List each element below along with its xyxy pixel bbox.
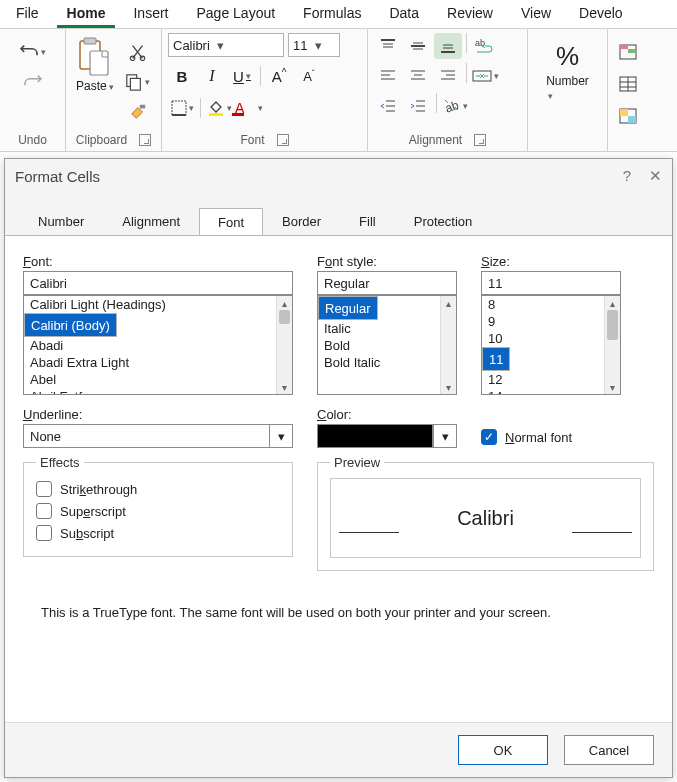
merge-center-button[interactable]: ▾ [471, 63, 499, 89]
svg-rect-6 [131, 78, 141, 90]
dlg-tab-font[interactable]: Font [199, 208, 263, 236]
cut-button[interactable] [124, 39, 152, 65]
borders-button[interactable]: ▾ [168, 95, 196, 121]
font-listbox[interactable]: Calibri Light (Headings)Calibri (Body)Ab… [23, 295, 293, 395]
increase-font-button[interactable]: A^ [265, 63, 293, 89]
dialog-title: Format Cells [15, 168, 100, 185]
format-painter-button[interactable] [124, 99, 152, 125]
fill-color-button[interactable]: ▾ [205, 95, 233, 121]
conditional-formatting-button[interactable] [614, 39, 642, 65]
list-item[interactable]: Abadi Extra Light [24, 354, 292, 371]
underline-button[interactable]: U▾ [228, 63, 256, 89]
group-label-font: Font [240, 133, 264, 147]
decrease-font-button[interactable]: Aˇ [295, 63, 323, 89]
dlg-tab-border[interactable]: Border [263, 207, 340, 235]
tab-developer[interactable]: Develo [569, 2, 633, 28]
undo-button[interactable]: ▾ [19, 39, 47, 65]
wrap-text-button[interactable]: ab [471, 33, 499, 59]
redo-button[interactable] [19, 69, 47, 95]
increase-indent-button[interactable] [404, 93, 432, 119]
color-combo[interactable]: ▾ [317, 424, 457, 448]
orientation-button[interactable]: ab▾ [441, 93, 469, 119]
list-item[interactable]: 10 [482, 330, 620, 347]
strikethrough-checkbox[interactable]: Strikethrough [36, 478, 280, 500]
dlg-tab-alignment[interactable]: Alignment [103, 207, 199, 235]
format-as-table-button[interactable] [614, 71, 642, 97]
align-bottom-button[interactable] [434, 33, 462, 59]
underline-combo[interactable]: None ▾ [23, 424, 293, 448]
chevron-down-icon[interactable]: ▾ [433, 424, 457, 448]
align-right-button[interactable] [434, 63, 462, 89]
dialog-close-button[interactable]: ✕ [649, 167, 662, 185]
list-item[interactable]: 12 [482, 371, 620, 388]
list-item[interactable]: Italic [318, 320, 456, 337]
list-item[interactable]: Bold [318, 337, 456, 354]
group-label-undo: Undo [6, 133, 59, 149]
tab-data[interactable]: Data [379, 2, 429, 28]
chevron-down-icon[interactable]: ▾ [269, 424, 293, 448]
tab-insert[interactable]: Insert [123, 2, 178, 28]
number-label: Number [546, 74, 589, 88]
font-size-value: 11 [293, 38, 307, 53]
list-item[interactable]: 14 [482, 388, 620, 395]
font-launcher[interactable] [277, 134, 289, 146]
dlg-tab-protection[interactable]: Protection [395, 207, 492, 235]
list-item[interactable]: Abel [24, 371, 292, 388]
preview-legend: Preview [330, 455, 384, 470]
tab-view[interactable]: View [511, 2, 561, 28]
superscript-checkbox[interactable]: Superscript [36, 500, 280, 522]
dialog-tabs: Number Alignment Font Border Fill Protec… [5, 207, 672, 235]
italic-button[interactable]: I [198, 63, 226, 89]
copy-button[interactable]: ▾ [124, 69, 152, 95]
font-name-input[interactable]: Calibri [23, 271, 293, 295]
list-item[interactable]: Abril Fatface [24, 388, 292, 395]
align-middle-button[interactable] [404, 33, 432, 59]
paste-button[interactable]: Paste▾ [72, 35, 118, 95]
svg-rect-47 [620, 109, 628, 116]
font-style-listbox[interactable]: RegularItalicBoldBold Italic▴▾ [317, 295, 457, 395]
svg-rect-7 [139, 105, 144, 109]
tab-review[interactable]: Review [437, 2, 503, 28]
number-format-button[interactable]: % Number▾ [542, 39, 593, 104]
list-item[interactable]: 8 [482, 296, 620, 313]
effects-legend: Effects [36, 455, 84, 470]
svg-rect-8 [172, 101, 186, 115]
size-listbox[interactable]: 8910111214▴▾ [481, 295, 621, 395]
tab-page-layout[interactable]: Page Layout [186, 2, 285, 28]
list-item[interactable]: Calibri Light (Headings) [24, 296, 292, 313]
normal-font-checkbox[interactable]: ✓ Normal font [481, 426, 572, 448]
bold-button[interactable]: B [168, 63, 196, 89]
font-color-button[interactable]: A ▾ [235, 95, 263, 121]
decrease-indent-button[interactable] [374, 93, 402, 119]
font-name-select[interactable]: Calibri ▾ [168, 33, 284, 57]
cancel-button[interactable]: Cancel [564, 735, 654, 765]
align-top-button[interactable] [374, 33, 402, 59]
align-left-button[interactable] [374, 63, 402, 89]
ok-button[interactable]: OK [458, 735, 548, 765]
font-size-select[interactable]: 11 ▾ [288, 33, 340, 57]
dlg-tab-fill[interactable]: Fill [340, 207, 395, 235]
list-item[interactable]: Calibri (Body) [24, 313, 117, 337]
list-item[interactable]: 9 [482, 313, 620, 330]
list-item[interactable]: 11 [482, 347, 510, 371]
alignment-launcher[interactable] [474, 134, 486, 146]
tab-formulas[interactable]: Formulas [293, 2, 371, 28]
cell-styles-button[interactable] [614, 103, 642, 129]
font-name-value: Calibri [173, 38, 210, 53]
size-input[interactable]: 11 [481, 271, 621, 295]
tab-file[interactable]: File [6, 2, 49, 28]
subscript-checkbox[interactable]: Subscript [36, 522, 280, 544]
tab-home[interactable]: Home [57, 2, 116, 28]
list-item[interactable]: Abadi [24, 337, 292, 354]
dlg-tab-number[interactable]: Number [19, 207, 103, 235]
clipboard-launcher[interactable] [139, 134, 151, 146]
list-item[interactable]: Regular [318, 296, 378, 320]
group-label-alignment: Alignment [409, 133, 462, 147]
svg-rect-48 [628, 116, 636, 123]
font-style-input[interactable]: Regular [317, 271, 457, 295]
dialog-help-button[interactable]: ? [623, 167, 631, 185]
list-item[interactable]: Bold Italic [318, 354, 456, 371]
format-cells-dialog: Format Cells ? ✕ Number Alignment Font B… [4, 158, 673, 778]
align-center-button[interactable] [404, 63, 432, 89]
preview-fieldset: Preview Calibri [317, 462, 654, 571]
